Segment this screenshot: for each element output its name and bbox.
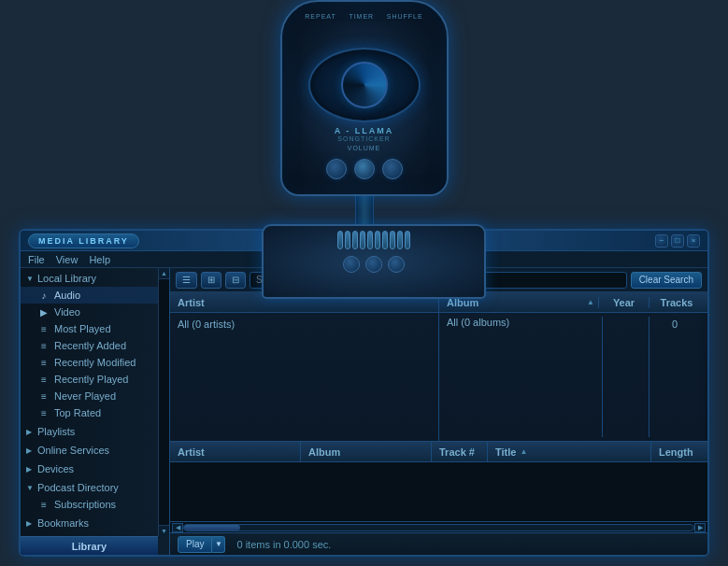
ctrl-next[interactable] bbox=[382, 159, 403, 179]
length-col-label: Length bbox=[659, 446, 693, 458]
list-view-icon: ☰ bbox=[182, 275, 191, 285]
slider-7[interactable] bbox=[382, 231, 388, 249]
audio-icon: ♪ bbox=[37, 290, 50, 301]
length-header[interactable]: Length bbox=[651, 442, 707, 461]
sidebar-item-audio[interactable]: ♪ Audio bbox=[21, 287, 169, 304]
chevron-down-icon: ▼ bbox=[26, 275, 34, 282]
sort-btn[interactable]: ⊞ bbox=[201, 272, 221, 289]
sidebar-section-header-playlists[interactable]: ▶ Playlists bbox=[21, 423, 169, 440]
slider-9[interactable] bbox=[397, 231, 403, 249]
menu-file[interactable]: File bbox=[28, 254, 45, 265]
base-btn-1[interactable] bbox=[343, 256, 360, 273]
sidebar-item-never-played[interactable]: ≡ Never Played bbox=[21, 388, 169, 404]
sidebar-section-online-services: ▶ Online Services bbox=[21, 442, 169, 459]
title-track-header[interactable]: Title ▲ bbox=[488, 442, 651, 461]
minimize-button[interactable]: − bbox=[655, 234, 668, 248]
year-column-header: Year bbox=[598, 297, 645, 308]
base-btn-2[interactable] bbox=[365, 256, 382, 273]
scroll-track[interactable] bbox=[183, 524, 694, 531]
album-track-header[interactable]: Album bbox=[301, 442, 432, 461]
sidebar-scroll-down[interactable]: ▼ bbox=[159, 525, 169, 536]
maximize-button[interactable]: □ bbox=[671, 234, 684, 248]
menu-view[interactable]: View bbox=[56, 254, 79, 265]
scroll-right-arrow[interactable]: ▶ bbox=[694, 523, 706, 532]
sidebar-section-header-devices[interactable]: ▶ Devices bbox=[21, 460, 169, 477]
sidebar-item-recently-played[interactable]: ≡ Recently Played bbox=[21, 371, 169, 388]
scroll-left-arrow[interactable]: ◀ bbox=[172, 523, 183, 532]
columns-btn[interactable]: ⊟ bbox=[225, 272, 246, 289]
scroll-thumb[interactable] bbox=[184, 525, 240, 531]
clear-search-button[interactable]: Clear Search bbox=[631, 272, 702, 289]
devices-label: Devices bbox=[37, 463, 74, 474]
slider-3[interactable] bbox=[352, 231, 358, 249]
player-neck bbox=[355, 196, 374, 224]
album-all-row[interactable]: All (0 albums) bbox=[447, 317, 602, 437]
player-controls bbox=[282, 159, 447, 179]
player-subtitle: SONGTICKER bbox=[282, 135, 447, 142]
sidebar-item-subscriptions[interactable]: ≡ Subscriptions bbox=[21, 496, 169, 513]
tracknum-header[interactable]: Track # bbox=[432, 442, 488, 461]
slider-1[interactable] bbox=[337, 231, 343, 249]
sidebar-section-header-local-library[interactable]: ▼ Local Library bbox=[21, 270, 169, 287]
artist-track-header[interactable]: Artist bbox=[170, 442, 301, 461]
window-title: MEDIA LIBRARY bbox=[28, 233, 139, 248]
library-tab[interactable]: Library bbox=[21, 536, 158, 555]
sidebar-section-header-online-services[interactable]: ▶ Online Services bbox=[21, 442, 169, 459]
sidebar-item-top-rated[interactable]: ≡ Top Rated bbox=[21, 404, 169, 421]
sort-icon: ⊞ bbox=[207, 275, 215, 285]
sidebar-section-header-bookmarks[interactable]: ▶ Bookmarks bbox=[21, 515, 169, 531]
menu-help[interactable]: Help bbox=[89, 254, 110, 265]
close-button[interactable]: × bbox=[687, 234, 700, 248]
sidebar-section-local-library: ▼ Local Library ♪ Audio ▶ Video ≡ Most P… bbox=[21, 270, 169, 421]
podcast-label: Podcast Directory bbox=[37, 482, 119, 493]
video-icon: ▶ bbox=[37, 306, 50, 318]
slider-6[interactable] bbox=[375, 231, 380, 249]
slider-5[interactable] bbox=[367, 231, 373, 249]
subscriptions-icon: ≡ bbox=[37, 499, 50, 510]
columns-icon: ⊟ bbox=[232, 275, 239, 285]
player-base bbox=[262, 224, 486, 299]
artist-all-row[interactable]: All (0 artists) bbox=[178, 317, 431, 332]
chevron-down-icon-2: ▼ bbox=[26, 484, 34, 491]
title-sort-icon: ▲ bbox=[520, 447, 527, 456]
sidebar-recently-played-label: Recently Played bbox=[54, 374, 129, 385]
window-controls: − □ × bbox=[655, 234, 700, 248]
player-disc bbox=[341, 62, 388, 108]
track-list-body bbox=[170, 462, 707, 521]
library-tab-label: Library bbox=[72, 541, 107, 552]
sidebar-item-video[interactable]: ▶ Video bbox=[21, 304, 169, 320]
base-btn-3[interactable] bbox=[388, 256, 405, 273]
tracks-column-header: Tracks bbox=[649, 297, 700, 308]
sidebar-item-most-played[interactable]: ≡ Most Played bbox=[21, 320, 169, 337]
sidebar-section-header-podcast[interactable]: ▼ Podcast Directory bbox=[21, 479, 169, 496]
artist-pane-content: All (0 artists) bbox=[170, 313, 438, 441]
album-pane-content: All (0 albums) 0 bbox=[439, 313, 707, 441]
slider-10[interactable] bbox=[405, 231, 410, 249]
slider-2[interactable] bbox=[345, 231, 350, 249]
player-title: A - LLAMA bbox=[282, 126, 447, 135]
sidebar-item-recently-modified[interactable]: ≡ Recently Modified bbox=[21, 354, 169, 371]
artist-pane: Artist All (0 artists) bbox=[170, 292, 439, 441]
online-services-label: Online Services bbox=[37, 445, 109, 456]
slider-8[interactable] bbox=[390, 231, 395, 249]
album-col-label: Album bbox=[308, 446, 340, 458]
play-dropdown-arrow[interactable]: ▼ bbox=[212, 536, 225, 553]
sidebar-recently-modified-label: Recently Modified bbox=[54, 357, 136, 368]
volume-label: VOLUME bbox=[282, 145, 447, 151]
tracks-value: 0 bbox=[649, 317, 700, 437]
track-list-header: Artist Album Track # Title ▲ Length bbox=[170, 442, 707, 462]
ctrl-play[interactable] bbox=[354, 159, 375, 179]
local-library-label: Local Library bbox=[37, 273, 96, 284]
chevron-right-icon-2: ▶ bbox=[26, 446, 34, 454]
sidebar-item-recently-added[interactable]: ≡ Recently Added bbox=[21, 337, 169, 354]
slider-4[interactable] bbox=[360, 231, 365, 249]
timer-label: TIMER bbox=[349, 13, 374, 20]
content-area: ▼ Local Library ♪ Audio ▶ Video ≡ Most P… bbox=[21, 268, 707, 555]
view-toggle-btn[interactable]: ☰ bbox=[176, 272, 197, 289]
play-button-group: Play ▼ bbox=[178, 536, 225, 553]
sidebar-scroll-up[interactable]: ▲ bbox=[159, 268, 169, 279]
most-played-icon: ≡ bbox=[37, 323, 50, 334]
ctrl-prev[interactable] bbox=[326, 159, 347, 179]
chevron-right-icon-4: ▶ bbox=[26, 519, 34, 527]
play-button[interactable]: Play bbox=[178, 536, 212, 553]
